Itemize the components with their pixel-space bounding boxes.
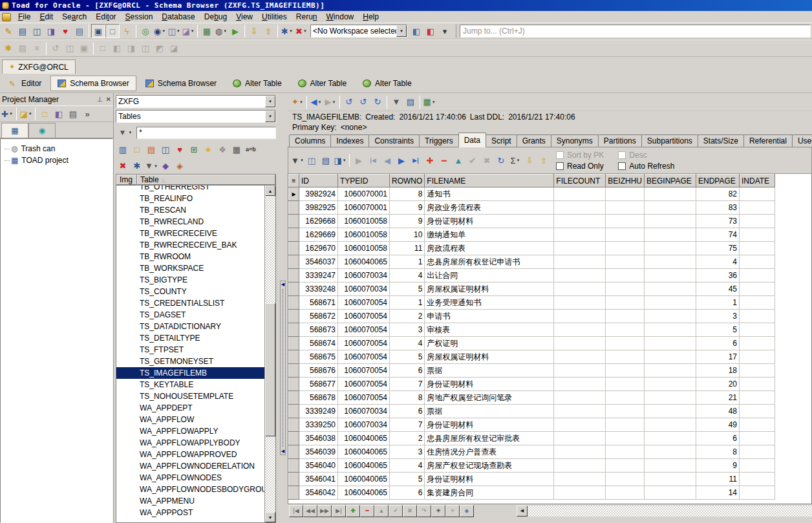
grid-cell[interactable]: 568676: [299, 364, 338, 378]
keys-icon[interactable]: ❖: [215, 143, 230, 157]
grid-cell[interactable]: [740, 323, 775, 337]
nav-first-icon[interactable]: |◀: [289, 505, 303, 517]
chart-icon[interactable]: ▦▼: [422, 95, 436, 109]
grid-cell[interactable]: 20: [696, 378, 740, 391]
grid-cell[interactable]: [606, 405, 645, 418]
object-palette-icon-dropdown[interactable]: ▼: [162, 29, 166, 33]
grid-cell[interactable]: 忠县房屋所有权登记申请书: [425, 255, 554, 269]
checkbox-auto-refresh[interactable]: Auto Refresh: [618, 162, 674, 171]
grid-cell[interactable]: [645, 269, 696, 283]
table-list-item[interactable]: WA_APPFLOWNODESBODYGROUP: [116, 484, 264, 495]
grid-cell[interactable]: [554, 432, 606, 445]
name-filter-icon[interactable]: ▼▼: [116, 126, 135, 139]
grid-cell[interactable]: 4: [390, 269, 425, 283]
export-dataset-icon-dropdown[interactable]: ▼: [343, 158, 347, 162]
project-tree-icon[interactable]: ≡: [30, 41, 44, 56]
scrollbar-thumb[interactable]: [265, 303, 275, 436]
grid-cell[interactable]: [606, 350, 645, 364]
grid-cell[interactable]: 568678: [299, 391, 338, 405]
table-row[interactable]: 56867410600700544产权证明6: [289, 337, 775, 350]
grid-cell[interactable]: 1060070054: [338, 323, 390, 337]
grid-cell[interactable]: [645, 418, 696, 432]
object-search-icon[interactable]: ◎: [138, 24, 153, 38]
drop-table-icon[interactable]: ✖: [116, 159, 130, 173]
grid-column-header[interactable]: INDATE: [740, 175, 775, 187]
table-list-item[interactable]: WA_APPPOST: [116, 507, 264, 518]
table-list-item[interactable]: TS_KEYTABLE: [116, 379, 264, 390]
grid-cell[interactable]: [606, 459, 645, 473]
nav-last-icon[interactable]: ▶|: [332, 505, 346, 517]
table-row[interactable]: 56867610600700546票据18: [289, 364, 775, 378]
grid-column-header[interactable]: BEGINPAGE: [645, 175, 696, 187]
copy-data-icon[interactable]: ◫: [304, 153, 319, 167]
table-row[interactable]: 162966810600100589身份证明材料73: [289, 215, 775, 228]
grid-cell[interactable]: [554, 201, 606, 215]
grid-cell[interactable]: [740, 269, 775, 283]
table-row[interactable]: 354604110600400655身份证明材料11: [289, 473, 775, 486]
grid-cell[interactable]: 3: [390, 323, 425, 337]
grid-cell[interactable]: 8: [390, 391, 425, 405]
tab-stats-size[interactable]: Stats/Size: [698, 134, 744, 147]
grid-cell[interactable]: 4: [390, 337, 425, 350]
rebuild-table-icon[interactable]: ✱: [130, 159, 144, 173]
compare-icon[interactable]: ◫: [63, 41, 77, 56]
grid-cell[interactable]: 业务受理通知书: [425, 296, 554, 310]
grid-cell[interactable]: 1060040065: [338, 486, 390, 500]
grid-cell[interactable]: 集资建房合同: [425, 486, 554, 500]
table-list-scrollbar[interactable]: ▲ ▼: [264, 186, 275, 522]
table-row[interactable]: 333924710600700344出让合同36: [289, 269, 775, 283]
grid-cell[interactable]: [740, 215, 775, 228]
grid-cell[interactable]: [740, 405, 775, 418]
grid-cell[interactable]: [740, 486, 775, 500]
grid-cell[interactable]: 住房情况分户普查表: [425, 445, 554, 459]
grid-cell[interactable]: 身份证明材料: [425, 378, 554, 391]
grid-cell[interactable]: [740, 418, 775, 432]
grid-cell[interactable]: 1060040065: [338, 432, 390, 445]
nav-next-icon[interactable]: ▶▶: [317, 505, 332, 517]
grid-cell[interactable]: 出让合同: [425, 269, 554, 283]
open-editor-icon[interactable]: ✎: [1, 24, 16, 38]
grid-cell[interactable]: [740, 445, 775, 459]
grid-cell[interactable]: 1060070001: [338, 201, 390, 215]
grid-cell[interactable]: [740, 187, 775, 201]
table-list-item[interactable]: TB_RWRECRECEIVE: [116, 228, 264, 239]
grid-cell[interactable]: 身份证明材料: [425, 418, 554, 432]
nav-insert-icon[interactable]: ✚: [346, 505, 360, 517]
grid-cell[interactable]: [645, 242, 696, 255]
grid-cell[interactable]: 73: [696, 215, 740, 228]
grid-cell[interactable]: [740, 459, 775, 473]
grid-cell[interactable]: 1060040065: [338, 445, 390, 459]
calculator-icon[interactable]: ▦: [230, 143, 244, 157]
grid-cell[interactable]: [554, 269, 606, 283]
grid-cell[interactable]: 5: [390, 283, 425, 296]
copy-table-icon[interactable]: ◫: [158, 143, 173, 157]
plsql-debugger-icon-dropdown[interactable]: ▼: [223, 29, 227, 33]
grid-cell[interactable]: [645, 283, 696, 296]
menu-window[interactable]: Window: [322, 12, 359, 22]
table-list-item[interactable]: TS_DATADICTIONARY: [116, 321, 264, 332]
grid-cell[interactable]: 48: [696, 405, 740, 418]
last-record-icon[interactable]: ▶|: [409, 153, 423, 167]
rename-icon[interactable]: a=b: [244, 143, 258, 157]
grid-cell[interactable]: [554, 337, 606, 350]
table-list-item[interactable]: TB_WORKSPACE: [116, 262, 264, 274]
grid-cell[interactable]: [554, 283, 606, 296]
menu-rerun[interactable]: Rerun: [292, 12, 322, 22]
table-list-item[interactable]: WA_APPFLOWNODERELATION: [116, 460, 264, 472]
grid-cell[interactable]: 1060070054: [338, 350, 390, 364]
add-item-icon-dropdown[interactable]: ▼: [9, 112, 13, 116]
grid-column-header[interactable]: ROWNO: [390, 175, 425, 187]
check-in-icon[interactable]: ⇩: [247, 24, 261, 38]
filter-tables-icon[interactable]: ▼▼: [144, 159, 158, 173]
grid-cell[interactable]: 75: [696, 242, 740, 255]
grid-cell[interactable]: 6: [696, 432, 740, 445]
table-list-item[interactable]: TS_DETAILTYPE: [116, 332, 264, 344]
nav-refresh-icon[interactable]: ↷: [417, 505, 431, 517]
table-row[interactable]: 354603710600400651忠县房屋所有权登记申请书4: [289, 255, 775, 269]
menu-editor[interactable]: Editor: [91, 12, 120, 22]
doc-new-icon[interactable]: □: [96, 41, 110, 56]
row-selector-header[interactable]: ≡: [289, 175, 299, 187]
options-icon[interactable]: ✱: [1, 41, 16, 56]
grid-cell[interactable]: [554, 459, 606, 473]
tab-indexes[interactable]: Indexes: [330, 134, 369, 147]
